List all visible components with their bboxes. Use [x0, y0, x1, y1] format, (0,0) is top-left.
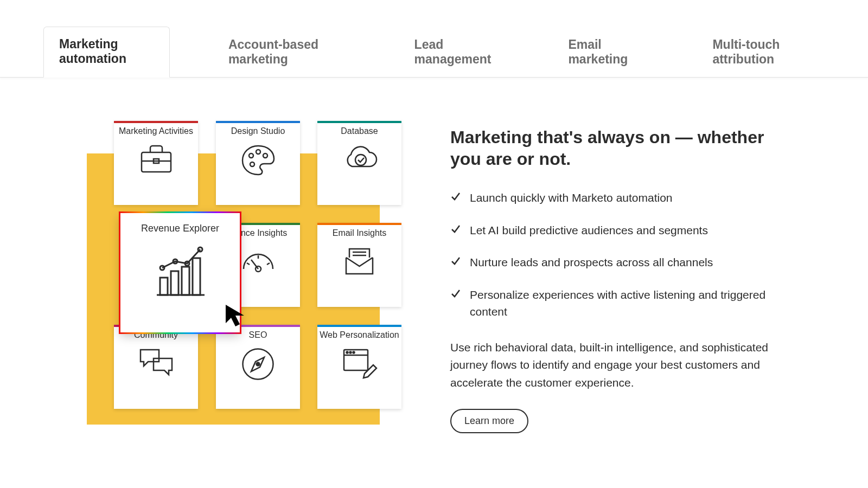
- content-wrap: Marketing Activities Design Studio Datab…: [0, 78, 868, 433]
- bullet-text: Nurture leads and prospects across all c…: [470, 254, 713, 271]
- learn-more-button[interactable]: Learn more: [450, 409, 528, 433]
- bar-chart-icon: [150, 241, 210, 300]
- bullet-list: Launch quickly with Marketo automation L…: [450, 189, 787, 320]
- cloud-check-icon: [339, 143, 380, 172]
- bullet-text: Launch quickly with Marketo automation: [470, 189, 673, 207]
- svg-point-4: [256, 150, 260, 154]
- svg-point-6: [250, 162, 254, 166]
- bullet-item: Launch quickly with Marketo automation: [450, 189, 787, 207]
- svg-point-3: [249, 153, 253, 158]
- svg-line-8: [251, 260, 258, 269]
- svg-point-7: [355, 155, 366, 165]
- svg-line-11: [267, 263, 270, 265]
- tile-marketing-activities[interactable]: Marketing Activities: [114, 121, 198, 205]
- svg-point-21: [353, 352, 354, 354]
- svg-point-16: [257, 363, 260, 366]
- svg-rect-24: [171, 271, 178, 295]
- svg-point-5: [263, 153, 267, 158]
- tab-multi-touch-attribution[interactable]: Multi-touch attribution: [697, 28, 825, 78]
- cursor-icon: [224, 303, 250, 329]
- tile-label: Email Insights: [333, 228, 387, 237]
- tile-seo[interactable]: SEO: [216, 325, 300, 409]
- svg-point-19: [346, 352, 348, 354]
- tile-label: Design Studio: [231, 126, 285, 136]
- tile-accent-bar: [216, 121, 300, 123]
- tile-accent-bar: [114, 121, 198, 123]
- envelope-letter-icon: [342, 245, 377, 277]
- svg-line-10: [247, 263, 250, 265]
- tabs-bar: Marketing automation Account-based marke…: [0, 0, 868, 78]
- tile-illustration: Marketing Activities Design Studio Datab…: [87, 121, 407, 425]
- tile-accent-bar: [317, 121, 401, 123]
- chat-bubbles-icon: [137, 346, 175, 379]
- check-icon: [450, 191, 461, 202]
- tile-web-personalization[interactable]: Web Personalization: [317, 325, 401, 409]
- tile-email-insights[interactable]: Email Insights: [317, 223, 401, 307]
- bullet-text: Let AI build predictive audiences and se…: [470, 222, 708, 239]
- tile-label: Revenue Explorer: [141, 223, 219, 234]
- palette-icon: [239, 143, 277, 178]
- section-headline: Marketing that's always on — whether you…: [450, 126, 787, 170]
- bullet-text: Personalize experiences with active list…: [470, 286, 787, 320]
- gauge-icon: [239, 245, 277, 274]
- tile-accent-bar: [317, 325, 401, 327]
- bullet-item: Nurture leads and prospects across all c…: [450, 254, 787, 271]
- svg-rect-26: [193, 258, 200, 295]
- tile-label: Database: [341, 126, 378, 136]
- text-column: Marketing that's always on — whether you…: [450, 121, 787, 433]
- tile-database[interactable]: Database: [317, 121, 401, 205]
- tile-label: SEO: [249, 330, 267, 339]
- browser-pencil-icon: [341, 346, 379, 379]
- tile-label: Web Personalization: [320, 330, 399, 339]
- svg-rect-23: [160, 278, 168, 295]
- bullet-item: Let AI build predictive audiences and se…: [450, 222, 787, 239]
- check-icon: [450, 256, 461, 267]
- tab-marketing-automation[interactable]: Marketing automation: [43, 27, 170, 78]
- tab-email-marketing[interactable]: Email marketing: [553, 28, 654, 78]
- check-icon: [450, 288, 461, 299]
- tile-accent-bar: [317, 223, 401, 225]
- tab-account-based-marketing[interactable]: Account-based marketing: [213, 28, 356, 78]
- tile-revenue-explorer[interactable]: Revenue Explorer: [120, 213, 240, 332]
- tile-label: Marketing Activities: [119, 126, 193, 136]
- svg-rect-25: [182, 267, 189, 295]
- tile-community[interactable]: Community: [114, 325, 198, 409]
- check-icon: [450, 224, 461, 235]
- bullet-item: Personalize experiences with active list…: [450, 286, 787, 320]
- compass-icon: [240, 346, 276, 382]
- svg-point-20: [349, 352, 351, 354]
- svg-rect-0: [142, 152, 171, 172]
- tab-lead-management[interactable]: Lead management: [399, 28, 510, 78]
- section-description: Use rich behavioral data, built-in intel…: [450, 339, 787, 392]
- tile-design-studio[interactable]: Design Studio: [216, 121, 300, 205]
- briefcase-icon: [137, 143, 175, 175]
